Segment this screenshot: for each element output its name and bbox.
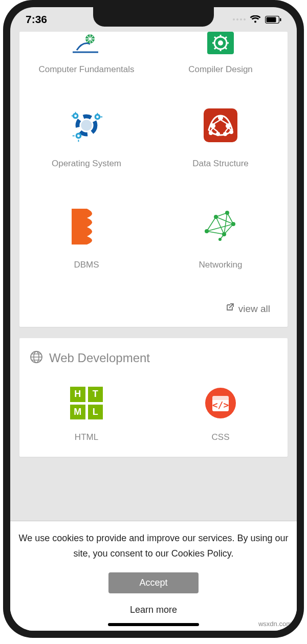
category-card-cs: Computer Fundamentals bbox=[19, 32, 288, 327]
svg-point-16 bbox=[218, 115, 223, 120]
svg-point-19 bbox=[209, 131, 213, 135]
svg-text:M: M bbox=[93, 227, 97, 233]
tile-html[interactable]: HTML HTML bbox=[19, 375, 154, 457]
networking-icon bbox=[202, 208, 239, 246]
operating-system-icon bbox=[68, 106, 105, 144]
svg-point-8 bbox=[81, 120, 92, 130]
svg-point-12 bbox=[96, 116, 99, 118]
tile-css[interactable]: </> CSS bbox=[154, 375, 288, 457]
svg-point-30 bbox=[225, 211, 229, 215]
wifi-icon bbox=[250, 15, 261, 24]
svg-rect-15 bbox=[204, 108, 237, 142]
cookie-consent-bar: We use cookies to provide and improve ou… bbox=[10, 521, 297, 631]
tile-dbms[interactable]: D B M S DBMS bbox=[19, 196, 154, 298]
svg-text:D: D bbox=[93, 211, 97, 217]
external-link-icon bbox=[225, 303, 234, 315]
svg-point-31 bbox=[231, 222, 235, 226]
svg-point-21 bbox=[223, 132, 227, 136]
tile-label: Data Structure bbox=[192, 159, 249, 169]
tile-label: Operating System bbox=[52, 159, 121, 169]
tile-operating-system[interactable]: Operating System bbox=[19, 95, 154, 196]
accept-button[interactable]: Accept bbox=[108, 572, 198, 593]
device-notch bbox=[93, 7, 214, 27]
tile-label: HTML bbox=[75, 432, 98, 442]
status-time: 7:36 bbox=[26, 13, 47, 26]
view-all-label: view all bbox=[238, 303, 270, 315]
computer-fundamentals-icon bbox=[68, 32, 105, 54]
svg-point-17 bbox=[210, 123, 215, 128]
cell-dots-icon bbox=[233, 18, 246, 20]
globe-icon bbox=[30, 350, 43, 366]
svg-text:S: S bbox=[93, 235, 96, 241]
tile-label: CSS bbox=[212, 432, 230, 442]
svg-rect-23 bbox=[72, 209, 87, 245]
tile-label: Computer Fundamentals bbox=[38, 64, 134, 75]
cookie-text-line2: site, you consent to our Cookies Policy. bbox=[74, 547, 234, 561]
svg-rect-2 bbox=[280, 18, 281, 21]
svg-point-14 bbox=[77, 135, 80, 137]
tile-data-structure[interactable]: Data Structure bbox=[154, 95, 288, 196]
data-structure-icon bbox=[202, 106, 239, 144]
svg-point-10 bbox=[74, 115, 77, 117]
svg-point-18 bbox=[226, 123, 231, 128]
battery-icon bbox=[265, 16, 281, 24]
svg-point-22 bbox=[229, 130, 233, 134]
svg-rect-1 bbox=[267, 17, 276, 22]
tile-compiler-design[interactable]: Compiler Design bbox=[154, 32, 288, 95]
learn-more-link[interactable]: Learn more bbox=[130, 605, 177, 615]
watermark: wsxdn.com bbox=[258, 620, 292, 628]
tile-label: DBMS bbox=[74, 260, 99, 270]
category-card-webdev: Web Development HTML HTML bbox=[19, 338, 288, 457]
tile-label: Compiler Design bbox=[188, 64, 253, 75]
view-all-link[interactable]: view all bbox=[19, 298, 288, 320]
svg-point-28 bbox=[205, 229, 209, 233]
css-icon: </> bbox=[202, 384, 239, 422]
svg-text:</>: </> bbox=[212, 399, 229, 410]
svg-point-20 bbox=[216, 132, 220, 136]
svg-point-6 bbox=[218, 40, 223, 46]
tile-networking[interactable]: Networking bbox=[154, 196, 288, 298]
tile-label: Networking bbox=[199, 260, 242, 270]
tile-computer-fundamentals[interactable]: Computer Fundamentals bbox=[19, 32, 154, 95]
compiler-design-icon bbox=[202, 32, 239, 54]
svg-point-29 bbox=[214, 215, 218, 219]
section-title: Web Development bbox=[49, 351, 150, 365]
html-icon: HTML bbox=[68, 384, 105, 422]
dbms-icon: D B M S bbox=[68, 208, 105, 246]
home-indicator[interactable] bbox=[108, 623, 199, 626]
cookie-text-line1: We use cookies to provide and improve ou… bbox=[19, 531, 289, 546]
svg-text:B: B bbox=[93, 219, 97, 225]
